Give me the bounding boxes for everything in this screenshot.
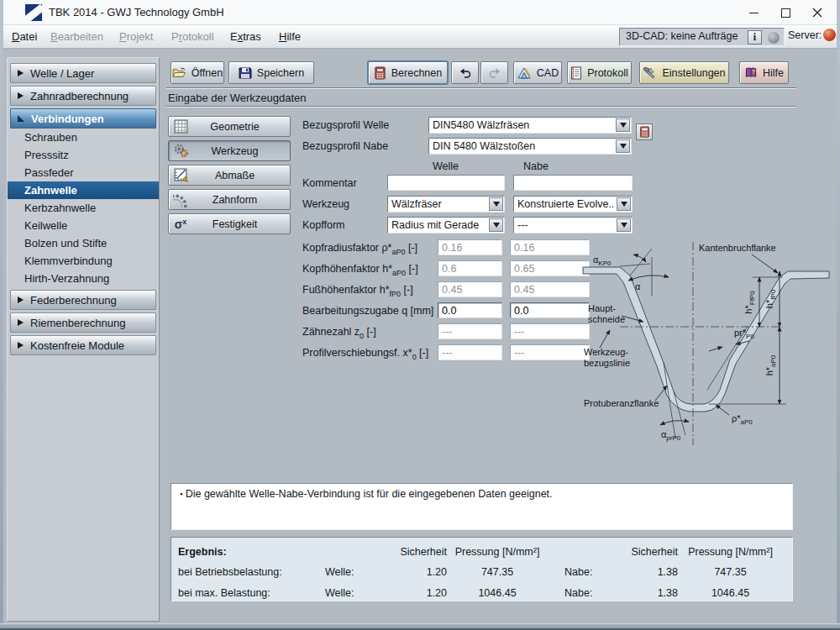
maximize-icon [781,8,790,18]
menu-projekt[interactable]: Projekt [118,25,155,48]
settings-button[interactable]: Einstellungen [639,61,729,84]
cad-status-text: 3D-CAD: keine Aufträge [626,30,738,42]
chevron-down-icon [493,202,500,207]
info-button[interactable]: i [748,30,762,45]
dropdown-button[interactable] [489,197,503,211]
kopfform-welle-select[interactable]: Radius mit Gerade [387,217,505,234]
mini-calculator-button[interactable] [636,123,653,140]
bullet: ▪ [180,490,182,498]
chevron-down-icon [620,123,627,128]
cad-button[interactable]: CAD [513,61,562,84]
kopfradiusfaktor-nabe-input[interactable] [510,239,590,255]
dropdown-button[interactable] [617,197,631,211]
kopfhoehenfaktor-welle-input[interactable] [438,260,502,276]
sidebar-item-klemmverbindung[interactable]: Klemmverbindung [8,252,159,270]
window-title: TBK 2014 - GWJ Technology GmbH [49,6,224,18]
column-header-nabe: Nabe [523,160,549,172]
dropdown-button[interactable] [616,139,630,153]
sidebar-section-welle-lager[interactable]: Welle / Lager [10,63,156,83]
hauptschneide-label-1: Haupt- [588,303,616,313]
strength-sigma-icon: σx [171,218,190,231]
save-button[interactable]: Speichern [228,61,314,84]
module-button-festigkeit[interactable]: σx Festigkeit [168,213,291,234]
kopfradiusfaktor-welle-input[interactable] [438,239,502,255]
calculate-button[interactable]: Berechnen [368,61,448,84]
h-ap0-label: h*aP0 [764,354,777,375]
minimize-button[interactable] [738,0,769,25]
menu-hilfe[interactable]: Hilfe [277,25,302,48]
maximize-button[interactable] [769,0,801,25]
result-welle-sicherheit: 1.20 [388,587,447,599]
kopfform-label: Kopfform [302,219,345,231]
profilverschiebung-nabe-input[interactable] [510,344,590,360]
undo-button[interactable] [451,61,479,84]
window-frame-bottom [0,623,840,630]
protocol-button[interactable]: Protokoll [567,61,632,84]
fusshoehenfaktor-nabe-input[interactable] [510,281,590,297]
tool-profile-diagram: α αKP0 Kantenbruchflanke Haupt- schneide… [581,237,833,449]
dropdown-button[interactable] [617,218,631,232]
undo-icon [459,67,472,79]
kommentar-nabe-input[interactable] [513,175,633,191]
werkzeug-nabe-select[interactable]: Konstruierte Evolve... [513,196,633,213]
module-button-werkzeug[interactable]: Werkzeug [168,140,291,161]
kopfhoehenfaktor-nabe-input[interactable] [510,260,590,276]
server-status-icon [823,29,836,41]
module-button-zahnform[interactable]: Zahnform [168,189,291,210]
sidebar-item-hirth-verzahnung[interactable]: Hirth-Verzahnung [8,270,159,287]
collapse-arrow-icon [18,115,24,122]
sidebar-section-federberechnung[interactable]: Federberechnung [10,290,156,310]
bearbeitungszugabe-welle-input[interactable] [438,302,502,318]
bezugsprofil-nabe-select[interactable]: DIN 5480 Wälzstoßen [428,138,632,155]
sidebar-section-riemenberechnung[interactable]: Riemenberechnung [10,312,156,333]
status-message-box: ▪ Die gewählte Welle-Nabe-Verbindung ist… [171,483,793,530]
redo-button[interactable] [480,61,508,84]
tool-profile-band [583,267,829,412]
module-button-abmasse[interactable]: Abmaße [168,165,291,186]
separator [166,87,796,89]
sidebar: Welle / Lager Zahnradberechnung Verbindu… [7,57,160,622]
sidebar-item-schrauben[interactable]: Schrauben [8,129,159,146]
calculator-icon [374,66,386,80]
profilverschiebung-welle-input[interactable] [438,344,502,360]
open-folder-icon [172,66,186,79]
geometry-grid-icon [173,118,189,134]
sidebar-item-passfeder[interactable]: Passfeder [8,164,159,181]
protocol-icon [570,66,582,80]
module-button-geometrie[interactable]: Geometrie [168,116,291,137]
expand-arrow-icon [18,319,24,326]
sidebar-section-zahnradberechnung[interactable]: Zahnradberechnung [10,86,156,106]
sidebar-item-zahnwelle[interactable]: Zahnwelle [8,181,159,199]
bearbeitungszugabe-nabe-input[interactable] [510,302,590,318]
fusshoehenfaktor-welle-input[interactable] [438,281,502,297]
sidebar-section-kostenfreie-module[interactable]: Kostenfreie Module [10,335,156,355]
help-button[interactable]: ? Hilfe [739,61,789,84]
dropdown-button[interactable] [489,218,503,232]
dropdown-button[interactable] [616,118,630,132]
sidebar-item-bolzen-und-stifte[interactable]: Bolzen und Stifte [8,234,159,252]
werkzeugbezugslinie-label-1: Werkzeug- [584,347,628,357]
menu-bearbeiten[interactable]: Bearbeiten [49,25,105,48]
page-title: Eingabe der Werkzeugdaten [168,92,307,104]
zaehnezahl-welle-input[interactable] [438,323,502,339]
col-pressung-nabe: Pressung [N/mm²] [678,546,783,558]
menu-datei[interactable]: Datei [10,25,39,48]
open-button[interactable]: Öffnen [171,61,224,84]
app-logo-icon [25,4,42,21]
close-button[interactable] [801,0,833,25]
sidebar-item-keilwelle[interactable]: Keilwelle [8,217,159,234]
zaehnezahl-nabe-input[interactable] [510,323,590,339]
kopfform-nabe-select[interactable]: --- [513,217,633,234]
sidebar-item-kerbzahnwelle[interactable]: Kerbzahnwelle [8,199,159,217]
menu-extras[interactable]: Extras [228,25,263,48]
separator [166,106,796,108]
menu-protokoll[interactable]: Protokoll [170,25,216,48]
kopfradiusfaktor-label: Kopfradiusfaktor ρ*aP0 [-] [302,242,417,256]
cad-status-panel: 3D-CAD: keine Aufträge i [619,28,785,46]
sidebar-item-presssitz[interactable]: Presssitz [8,146,159,164]
sidebar-section-verbindungen[interactable]: Verbindungen [10,108,156,129]
werkzeug-welle-select[interactable]: Wälzfräser [387,196,505,213]
bezugsprofil-welle-select[interactable]: DIN5480 Wälzfräsen [428,117,632,134]
kommentar-welle-input[interactable] [387,175,505,191]
minimize-icon [749,13,759,13]
